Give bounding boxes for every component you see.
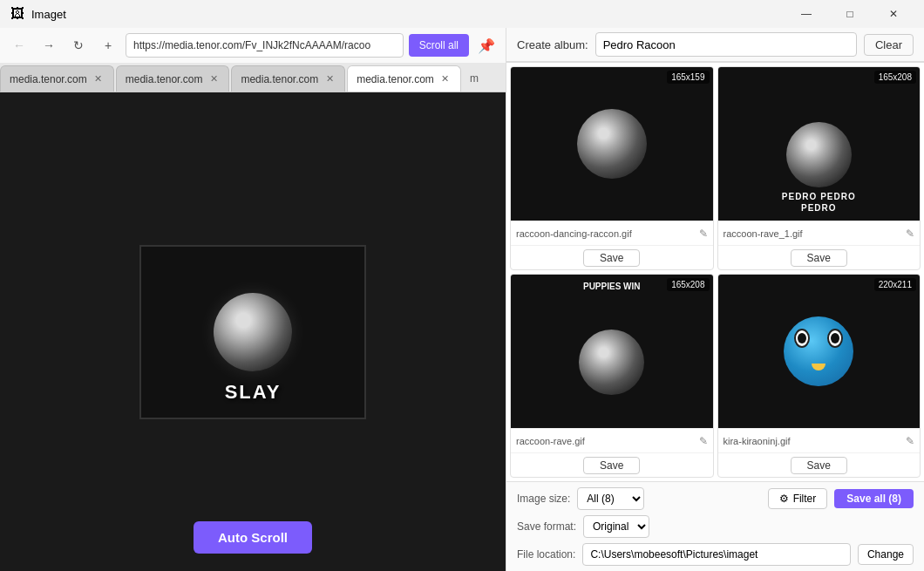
close-button[interactable]: ✕ (873, 0, 914, 28)
right-nav: Create album: Clear (506, 28, 924, 62)
tab-label-2: media.tenor.com (241, 73, 318, 85)
puppies-text: PUPPIES WIN (583, 282, 641, 291)
edit-icon-1[interactable]: ✎ (906, 228, 914, 240)
minimize-button[interactable]: — (786, 0, 826, 28)
bottom-bar: Image size: All (8) Small Medium Large ⚙… (506, 481, 924, 571)
image-footer-3: kira-kiraoninj.gif ✎ (718, 428, 921, 452)
edit-icon-3[interactable]: ✎ (906, 435, 914, 447)
app-icon: 🖼 (10, 6, 24, 22)
pin-button[interactable]: 📌 (474, 33, 499, 58)
save-button-2[interactable]: Save (583, 457, 640, 474)
image-card-1: PEDRO PEDROPEDRO 165x208 raccoon-rave_1.… (717, 66, 921, 270)
image-dim-3: 220x211 (874, 278, 916, 291)
tab-3[interactable]: media.tenor.com ✕ (347, 65, 461, 92)
save-button-1[interactable]: Save (791, 249, 847, 267)
save-format-label: Save format: (517, 520, 576, 533)
image-card-3: 220x211 kira-kiraoninj.gif ✎ Save (717, 274, 921, 478)
file-location-label: File location: (517, 548, 575, 561)
tab-1[interactable]: media.tenor.com ✕ (116, 65, 230, 92)
save-all-button[interactable]: Save all (8) (834, 489, 914, 508)
image-name-3: kira-kiraoninj.gif (724, 436, 907, 446)
right-panel: 165x159 raccoon-dancing-raccon.gif ✎ Sav… (506, 63, 924, 571)
image-size-select[interactable]: All (8) Small Medium Large (577, 487, 644, 510)
save-button-3[interactable]: Save (791, 457, 847, 474)
window-controls: — □ ✕ (786, 0, 914, 28)
tab-2[interactable]: media.tenor.com ✕ (231, 65, 345, 92)
image-name-2: raccoon-rave.gif (516, 436, 699, 446)
tab-label-0: media.tenor.com (10, 73, 87, 85)
save-row-3: Save (718, 452, 921, 477)
tab-more-label: m (470, 72, 479, 85)
edit-icon-0[interactable]: ✎ (699, 228, 708, 240)
bottom-row-location: File location: Change (517, 543, 914, 566)
image-card-2: PUPPIES WIN 165x208 raccoon-rave.gif ✎ S… (510, 274, 714, 478)
tab-close-1[interactable]: ✕ (207, 73, 220, 85)
image-footer-2: raccoon-rave.gif ✎ (511, 428, 713, 452)
image-thumb-3: 220x211 (718, 275, 921, 428)
tab-close-0[interactable]: ✕ (92, 73, 105, 85)
image-size-label: Image size: (517, 493, 570, 505)
image-dim-2: 165x208 (667, 278, 709, 291)
image-thumb-2: PUPPIES WIN 165x208 (511, 275, 713, 428)
reload-button[interactable]: ↻ (66, 33, 91, 58)
image-thumb-1: PEDRO PEDROPEDRO 165x208 (718, 67, 921, 221)
new-tab-button[interactable]: + (96, 33, 120, 58)
tabs-bar: media.tenor.com ✕ media.tenor.com ✕ medi… (0, 63, 506, 92)
image-name-1: raccoon-rave_1.gif (724, 228, 907, 239)
tab-close-2[interactable]: ✕ (323, 73, 336, 85)
scroll-all-button[interactable]: Scroll all (409, 34, 469, 57)
raccoon-preview-circle (214, 293, 292, 371)
save-row-0: Save (511, 245, 713, 269)
change-button[interactable]: Change (858, 544, 914, 565)
format-select[interactable]: Original JPG PNG WebP (583, 515, 649, 538)
image-name-0: raccoon-dancing-raccon.gif (516, 228, 699, 239)
gif-overlay-text: SLAY (225, 381, 282, 404)
image-footer-0: raccoon-dancing-raccon.gif ✎ (511, 221, 713, 245)
save-row-2: Save (511, 452, 713, 477)
filter-button[interactable]: ⚙ Filter (768, 488, 828, 509)
app-title: Imaget (31, 8, 66, 21)
album-name-input[interactable] (595, 32, 857, 57)
tab-label-1: media.tenor.com (126, 73, 203, 85)
gif-preview: SLAY (139, 245, 366, 419)
title-bar: 🖼 Imaget — □ ✕ (0, 0, 924, 28)
nav-bar: ← → ↻ + Scroll all 📌 (0, 28, 506, 63)
image-footer-1: raccoon-rave_1.gif ✎ (718, 221, 921, 245)
bottom-row-format: Save format: Original JPG PNG WebP (517, 515, 914, 538)
image-dim-1: 165x208 (874, 71, 916, 84)
filter-label: Filter (793, 493, 817, 505)
filter-icon: ⚙ (779, 493, 789, 505)
tab-0[interactable]: media.tenor.com ✕ (0, 65, 114, 92)
tab-close-3[interactable]: ✕ (439, 73, 452, 85)
auto-scroll-button[interactable]: Auto Scroll (194, 521, 312, 554)
image-card-0: 165x159 raccoon-dancing-raccon.gif ✎ Sav… (510, 66, 714, 270)
create-album-label: Create album: (517, 38, 588, 51)
back-button[interactable]: ← (7, 33, 31, 58)
bottom-row-size: Image size: All (8) Small Medium Large ⚙… (517, 487, 914, 510)
tab-label-3: media.tenor.com (357, 73, 434, 85)
image-thumb-0: 165x159 (511, 67, 713, 221)
tab-overflow[interactable]: m (463, 65, 486, 92)
save-row-1: Save (718, 245, 921, 269)
maximize-button[interactable]: □ (830, 0, 870, 28)
file-location-input[interactable] (582, 543, 851, 566)
address-bar[interactable] (126, 33, 404, 58)
clear-button[interactable]: Clear (864, 34, 914, 56)
edit-icon-2[interactable]: ✎ (699, 435, 708, 447)
images-grid: 165x159 raccoon-dancing-raccon.gif ✎ Sav… (506, 63, 924, 481)
forward-button[interactable]: → (37, 33, 61, 58)
left-panel: SLAY Auto Scroll (0, 92, 506, 571)
image-dim-0: 165x159 (667, 71, 709, 84)
save-button-0[interactable]: Save (583, 249, 640, 267)
